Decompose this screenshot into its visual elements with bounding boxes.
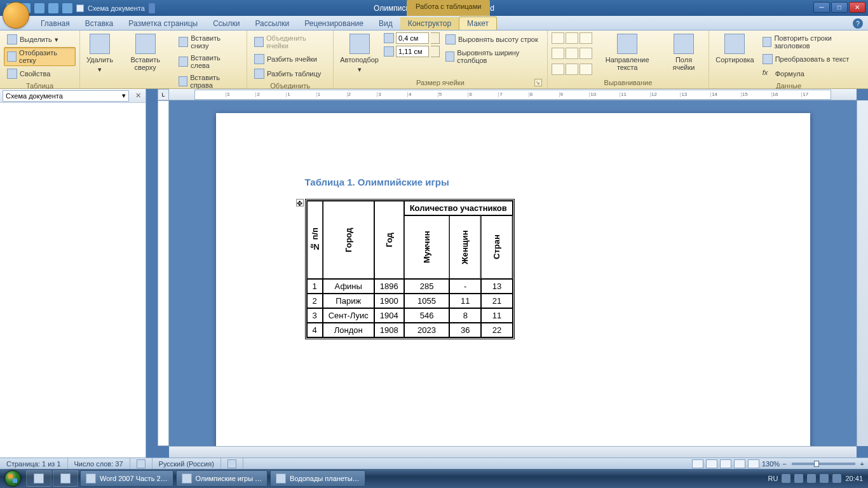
taskbar-pin[interactable] xyxy=(53,470,78,487)
office-button[interactable] xyxy=(3,2,29,29)
tray-icon[interactable] xyxy=(807,474,816,483)
close-button[interactable]: ✕ xyxy=(849,2,865,13)
tab-review[interactable]: Рецензирование xyxy=(297,17,371,30)
convert-button[interactable]: Преобразовать в текст xyxy=(759,52,864,66)
start-button[interactable] xyxy=(0,469,25,488)
tab-pagelayout[interactable]: Разметка страницы xyxy=(121,17,205,30)
align-tl-button[interactable] xyxy=(552,32,564,44)
cell-margins-button[interactable]: Поля ячейки xyxy=(663,32,705,78)
zoom-thumb[interactable] xyxy=(814,461,819,467)
sort-button[interactable]: Сортировка xyxy=(713,32,756,81)
taskbar-item[interactable]: Водопады планеты… xyxy=(270,470,365,487)
table-cell[interactable]: 36 xyxy=(449,323,481,337)
dialog-launcher[interactable]: ↘ xyxy=(534,79,542,86)
align-mc-button[interactable] xyxy=(566,48,578,59)
table-cell[interactable]: 1896 xyxy=(374,279,404,294)
table-cell[interactable]: 11 xyxy=(449,294,481,308)
align-mr-button[interactable] xyxy=(580,48,592,59)
zoom-out-button[interactable]: − xyxy=(782,460,786,468)
view-print-button[interactable] xyxy=(692,459,703,468)
tab-selector-button[interactable]: L xyxy=(158,89,169,100)
table-cell[interactable]: 1055 xyxy=(404,294,450,308)
autofit-button[interactable]: Автоподбор▾ xyxy=(337,32,381,78)
zoom-slider[interactable] xyxy=(792,463,855,465)
tab-references[interactable]: Ссылки xyxy=(205,17,247,30)
maximize-button[interactable]: □ xyxy=(831,2,848,13)
table-cell[interactable]: 1900 xyxy=(374,294,404,308)
delete-button[interactable]: Удалить▾ xyxy=(84,32,116,91)
table-cell[interactable]: 3 xyxy=(307,308,323,323)
height-input[interactable]: 0,4 см xyxy=(396,32,429,44)
th-participants[interactable]: Количество участников xyxy=(404,201,513,215)
split-table-button[interactable]: Разбить таблицу xyxy=(251,67,329,81)
zoom-in-button[interactable]: + xyxy=(860,460,864,468)
show-grid-button[interactable]: Отобразить сетку xyxy=(4,47,76,66)
align-bl-button[interactable] xyxy=(552,64,564,75)
tray-icon[interactable] xyxy=(794,474,803,483)
text-direction-button[interactable]: Направление текста xyxy=(595,32,660,78)
view-fullscreen-button[interactable] xyxy=(706,459,717,468)
th-women[interactable]: Женщин xyxy=(449,215,481,279)
docmap-dropdown[interactable]: Схема документа▾ xyxy=(3,90,129,102)
merge-cells-button[interactable]: Объединить ячейки xyxy=(251,32,329,51)
content-table[interactable]: № п/п Город Год Количество участников Му… xyxy=(305,199,515,339)
panel-close-button[interactable]: ✕ xyxy=(133,91,143,101)
distribute-rows-button[interactable]: Выровнять высоту строк xyxy=(442,32,543,46)
tab-view[interactable]: Вид xyxy=(371,17,400,30)
status-words[interactable]: Число слов: 37 xyxy=(68,458,130,469)
view-outline-button[interactable] xyxy=(734,459,745,468)
tab-mailings[interactable]: Рассылки xyxy=(247,17,297,30)
table-row[interactable]: 4Лондон190820233622 xyxy=(307,323,513,337)
help-button[interactable]: ? xyxy=(853,18,863,29)
table-cell[interactable]: 1908 xyxy=(374,323,404,337)
redo-icon[interactable] xyxy=(34,3,44,13)
tray-icon[interactable] xyxy=(782,474,790,483)
align-tc-button[interactable] xyxy=(566,32,578,44)
table-row[interactable]: 2Париж190010551121 xyxy=(307,294,513,308)
page-viewport[interactable]: Таблица 1. Олимпийские игры ✥ № п/п Горо… xyxy=(169,100,857,446)
tray-lang[interactable]: RU xyxy=(768,475,778,482)
table-move-handle[interactable]: ✥ xyxy=(296,199,304,207)
table-cell[interactable]: 13 xyxy=(481,279,513,294)
tray-clock[interactable]: 20:41 xyxy=(845,475,863,482)
insert-left-button[interactable]: Вставить слева xyxy=(175,52,243,71)
table-row[interactable]: 1Афины1896285-13 xyxy=(307,279,513,294)
repeat-header-button[interactable]: Повторить строки заголовков xyxy=(759,32,864,51)
qa-icon[interactable] xyxy=(48,3,58,13)
table-cell[interactable]: 2 xyxy=(307,294,323,308)
table-cell[interactable]: 22 xyxy=(481,323,513,337)
table-cell[interactable]: 11 xyxy=(481,308,513,323)
table-cell[interactable]: 1 xyxy=(307,279,323,294)
formula-button[interactable]: fxФормула xyxy=(759,67,864,81)
status-macro[interactable] xyxy=(221,458,243,469)
minimize-button[interactable]: ─ xyxy=(813,2,830,13)
distribute-cols-button[interactable]: Выровнять ширину столбцов xyxy=(442,47,543,66)
taskbar-item[interactable]: Олимпиские игры … xyxy=(176,470,268,487)
width-stepper[interactable] xyxy=(431,46,440,57)
align-bc-button[interactable] xyxy=(566,64,578,75)
vertical-scrollbar[interactable] xyxy=(857,100,868,446)
th-men[interactable]: Мужчин xyxy=(404,215,450,279)
split-cells-button[interactable]: Разбить ячейки xyxy=(251,52,329,66)
table-cell[interactable]: 21 xyxy=(481,294,513,308)
table-cell[interactable]: 4 xyxy=(307,323,323,337)
tab-layout[interactable]: Макет xyxy=(459,17,497,30)
table-caption[interactable]: Таблица 1. Олимпийские игры xyxy=(305,177,721,187)
qa-icon[interactable] xyxy=(62,3,72,13)
status-lang[interactable]: Русский (Россия) xyxy=(153,458,221,469)
align-tr-button[interactable] xyxy=(580,32,592,44)
taskbar-item[interactable]: Word 2007 Часть 2… xyxy=(80,470,173,487)
th-countries[interactable]: Стран xyxy=(481,215,513,279)
properties-button[interactable]: Свойства xyxy=(4,67,76,81)
table-row[interactable]: 3Сент-Луис1904546811 xyxy=(307,308,513,323)
table-cell[interactable]: 1904 xyxy=(374,308,404,323)
th-num[interactable]: № п/п xyxy=(307,201,323,279)
th-city[interactable]: Город xyxy=(323,201,374,279)
view-web-button[interactable] xyxy=(720,459,731,468)
taskbar-pin[interactable] xyxy=(26,470,51,487)
horizontal-scrollbar[interactable] xyxy=(169,446,857,458)
tab-insert[interactable]: Вставка xyxy=(78,17,121,30)
zoom-level[interactable]: 130% xyxy=(762,460,780,468)
table-cell[interactable]: Афины xyxy=(323,279,374,294)
docmap-body[interactable] xyxy=(0,103,146,458)
